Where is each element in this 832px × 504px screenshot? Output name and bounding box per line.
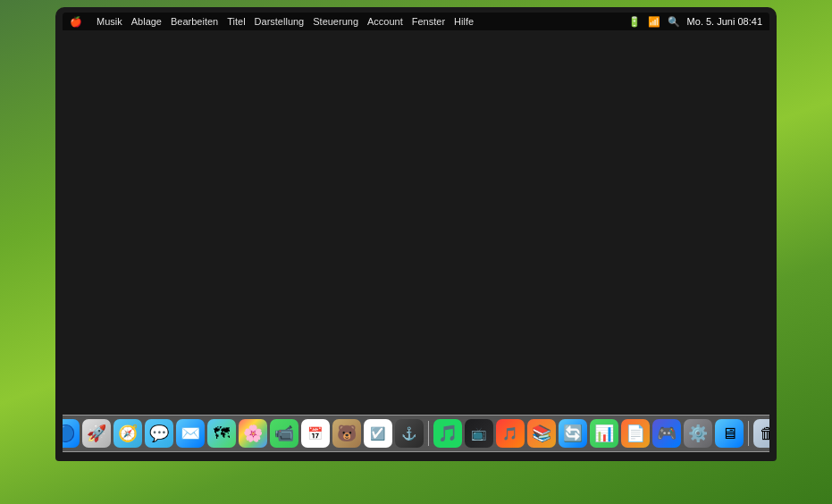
dock-messages[interactable]: 💬 — [145, 419, 173, 448]
menu-right: 🔋 📶 🔍 Mo. 5. Juni 08:41 — [628, 16, 762, 28]
laptop-bezel — [55, 7, 777, 461]
dock-finder[interactable]: 🔵 — [63, 419, 80, 448]
menu-darstellung[interactable]: Darstellung — [255, 16, 305, 27]
dock-safari[interactable]: 🧭 — [113, 419, 142, 448]
dock-app2[interactable]: ⚓ — [395, 419, 424, 448]
dock-launchpad[interactable]: 🚀 — [82, 419, 111, 448]
dock-trash[interactable]: 🗑 — [753, 419, 770, 448]
menu-battery: 🔋 — [628, 16, 641, 28]
dock-pages[interactable]: 📄 — [621, 419, 650, 448]
menu-wifi: 📶 — [648, 16, 660, 28]
dock-mail[interactable]: ✉️ — [176, 419, 205, 448]
dock-maps[interactable]: 🗺 — [207, 419, 236, 448]
dock-appletv[interactable]: 📺 — [465, 419, 493, 448]
dock-screensaver[interactable]: 🖥 — [715, 419, 744, 448]
dock-music[interactable]: 🎵 — [496, 419, 525, 448]
dock-bear[interactable]: 🐻 — [332, 419, 361, 448]
menu-hilfe[interactable]: Hilfe — [454, 16, 474, 27]
menu-account[interactable]: Account — [367, 16, 403, 27]
dock-divider-1 — [428, 421, 429, 446]
menu-titel[interactable]: Titel — [227, 16, 245, 27]
dock-spotify[interactable]: 🎵 — [433, 419, 462, 448]
dock-photos[interactable]: 🌸 — [239, 419, 267, 448]
dock-numbers[interactable]: 📊 — [590, 419, 618, 448]
dock-arcade[interactable]: 🎮 — [652, 419, 681, 448]
apple-menu[interactable]: 🍎 — [70, 16, 82, 28]
dock-calendar[interactable]: 📅 — [301, 419, 330, 448]
dock: 🔵 🚀 🧭 💬 ✉️ 🗺 🌸 📹 📅 🐻 ☑️ ⚓ 🎵 📺 🎵 📚 🔄 📊 📄 … — [63, 415, 769, 452]
dock-reminders[interactable]: ☑️ — [364, 419, 392, 448]
dock-settings[interactable]: ⚙️ — [684, 419, 712, 448]
menu-bearbeiten[interactable]: Bearbeiten — [171, 16, 218, 27]
menu-steuerung[interactable]: Steuerung — [313, 16, 358, 27]
dock-divider-2 — [748, 421, 749, 446]
menu-fenster[interactable]: Fenster — [412, 16, 445, 27]
menu-musik[interactable]: Musik — [97, 16, 122, 27]
dock-books[interactable]: 📚 — [527, 419, 556, 448]
menu-clock: Mo. 5. Juni 08:41 — [687, 16, 762, 27]
dock-migrate[interactable]: 🔄 — [559, 419, 587, 448]
dock-facetime[interactable]: 📹 — [270, 419, 298, 448]
menu-ablage[interactable]: Ablage — [131, 16, 162, 27]
menu-items: Musik Ablage Bearbeiten Titel Darstellun… — [97, 16, 474, 27]
menu-bar: 🍎 Musik Ablage Bearbeiten Titel Darstell… — [63, 13, 769, 30]
menu-search[interactable]: 🔍 — [668, 16, 680, 28]
